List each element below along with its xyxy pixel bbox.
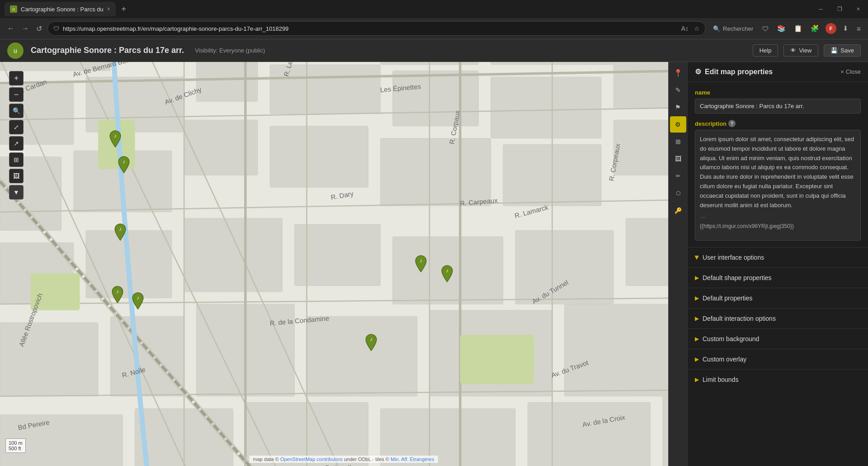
svg-text:♪: ♪ [137,295,139,301]
map-marker[interactable]: ♪ [439,265,455,283]
svg-text:♪: ♪ [123,158,125,165]
bookmarks-button[interactable]: 📚 [775,23,788,34]
panel-header: ⚙ Edit map properties × Close [688,62,868,82]
svg-text:♪: ♪ [116,288,119,295]
app-visibility: Visibility: Everyone (public) [195,47,265,54]
chevron-right-icon-4: ▶ [695,315,699,322]
new-tab-button[interactable]: + [118,3,130,15]
refresh-button[interactable]: ↺ [34,23,44,35]
layers-toolbar-button[interactable]: ⊞ [670,133,686,150]
description-separator: --- [700,214,856,220]
zoom-out-button[interactable]: − [9,87,24,102]
map-marker[interactable]: ♪ [363,333,379,352]
save-icon: 💾 [830,47,838,54]
map-right-toolbar: 📍 ✎ ⚑ ⚙ ⊞ 🖼 ✏ ⬡ 🔑 [668,62,687,466]
name-input[interactable] [695,99,861,114]
map-marker[interactable]: ♪ [130,292,146,310]
osm-link[interactable]: OpenStreetMap contributors [280,456,343,462]
description-text: Lorem ipsum dolor sit amet, consectetur … [700,135,856,210]
map-marker[interactable]: ♪ [116,156,132,174]
tab-favicon: u [10,5,17,13]
shields-button[interactable]: 🛡 [760,23,771,34]
bookmark-icon[interactable]: ☆ [694,25,700,32]
menu-button[interactable]: ≡ [855,23,863,34]
chevron-right-icon-3: ▶ [695,295,699,301]
forward-button[interactable]: → [20,23,31,34]
chevron-right-icon-5: ▶ [695,336,699,342]
fullscreen-button[interactable]: ⤢ [9,120,24,134]
save-button[interactable]: 💾 Save [824,44,861,57]
profile-button[interactable]: F [826,23,836,34]
history-button[interactable]: 📋 [792,23,804,34]
accordion-custom-overlay: ▶ Custom overlay [688,349,868,369]
svg-text:♪: ♪ [114,133,117,139]
accordion-default-properties-header[interactable]: ▶ Default properties [695,288,861,308]
search-text: Rechercher [723,25,753,32]
description-embed: {{https://i.imgur.com/x96YRjt.jpeg|350}} [700,223,856,229]
search-button[interactable]: 🔍 [9,104,24,118]
map-scale: 100 m 500 ft [5,438,26,453]
view-button[interactable]: 👁 View [783,44,818,57]
settings-icon: ⚙ [695,67,701,76]
edit-polygon-button[interactable]: ⬡ [670,185,686,201]
markers-layer: ♪ ♪ ♪ [0,62,687,466]
address-bar[interactable]: 🛡 https://umap.openstreetmap.fr/en/map/c… [47,21,706,36]
edit-line-button[interactable]: ✏ [670,168,686,184]
geolocate-button[interactable]: 📍 [670,65,686,81]
accordion-default-properties: ▶ Default properties [688,288,868,308]
eye-icon: 👁 [790,47,796,54]
chevron-right-icon-7: ▶ [695,376,699,383]
accordion-custom-overlay-header[interactable]: ▶ Custom overlay [695,349,861,369]
side-panel: ⚙ Edit map properties × Close name descr… [687,62,868,466]
panel-close-button[interactable]: × Close [840,68,861,75]
extensions-button[interactable]: 🧩 [809,23,821,34]
map-container[interactable]: R. Cardan R. Gautney Les Épinettes Batig… [0,62,687,466]
accordion-user-interface: ▶ User interface options [688,247,868,267]
description-area: Lorem ipsum dolor sit amet, consectetur … [695,130,861,241]
accordion-custom-background-header[interactable]: ▶ Custom background [695,329,861,349]
translate-icon[interactable]: A↕ [681,25,689,32]
app-logo: u [7,43,24,59]
svg-text:♪: ♪ [420,257,422,264]
tab-close-button[interactable]: × [107,6,110,12]
active-tab[interactable]: u Cartographie Sonore : Parcs du × [5,2,116,16]
back-button[interactable]: ← [5,23,16,34]
accordion-limit-bounds: ▶ Limit bounds [688,369,868,390]
image-toolbar-button[interactable]: 🖼 [670,151,686,167]
description-help-icon[interactable]: ? [728,120,736,127]
key-button[interactable]: 🔑 [670,202,686,219]
layers-button[interactable]: ⊞ [9,152,24,167]
accordion-limit-bounds-header[interactable]: ▶ Limit bounds [695,370,861,390]
accordion-user-interface-header[interactable]: ▶ User interface options [695,247,861,267]
url-text: https://umap.openstreetmap.fr/en/map/car… [63,25,288,32]
downloads-button[interactable]: ⬇ [841,23,850,34]
flag-button[interactable]: ⚑ [670,99,686,115]
name-label: name [695,89,861,96]
map-attribution: map data © OpenStreetMap contributors un… [250,456,438,463]
window-maximize-button[interactable]: ❐ [834,4,846,14]
settings-button[interactable]: ⚙ [670,116,686,133]
window-minimize-button[interactable]: ─ [815,4,826,14]
share-button[interactable]: ↗ [9,136,24,151]
draw-point-button[interactable]: ✎ [670,82,686,98]
accordion-default-shape: ▶ Default shape properties [688,267,868,288]
address-shield-icon: 🛡 [53,25,59,32]
map-controls: + − 🔍 ⤢ ↗ ⊞ 🖼 ▼ [9,71,24,200]
zoom-in-button[interactable]: + [9,71,24,86]
map-marker[interactable]: ♪ [108,130,123,148]
accordion-default-shape-header[interactable]: ▶ Default shape properties [695,268,861,288]
window-controls: ─ ❐ × [815,4,863,14]
help-button[interactable]: Help [753,44,778,57]
accordion-default-interaction-header[interactable]: ▶ Default interaction options [695,309,861,328]
close-icon: × [840,68,844,75]
map-marker[interactable]: ♪ [113,223,128,241]
accordion-custom-background: ▶ Custom background [688,328,868,349]
min-link[interactable]: Min. Aff. Étrangères [391,456,434,462]
legend-button[interactable]: 🖼 [9,169,24,183]
app-title: Cartographie Sonore : Parcs du 17e arr. [31,46,184,55]
svg-text:♪: ♪ [370,336,373,342]
map-marker[interactable]: ♪ [110,285,125,304]
window-close-button[interactable]: × [853,4,863,14]
map-marker[interactable]: ♪ [413,255,429,273]
collapse-button[interactable]: ▼ [9,185,24,200]
